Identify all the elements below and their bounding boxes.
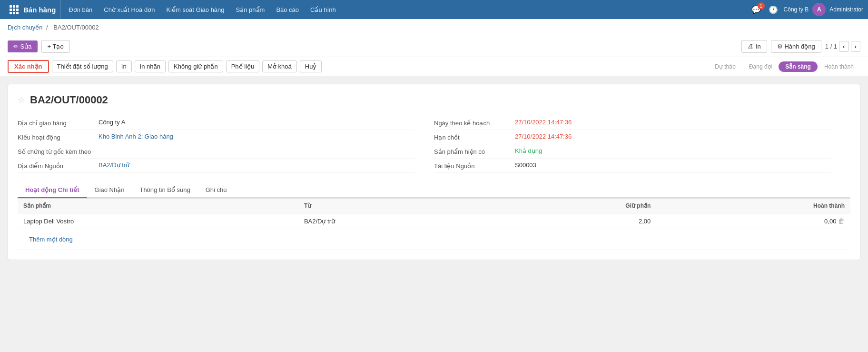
topnav-right: 💬 1 🕐 Công ty B A Administrator bbox=[750, 3, 863, 16]
action-button[interactable]: ⚙ Hành động bbox=[771, 40, 821, 53]
form-title-row: ☆ BA2/OUT/00002 bbox=[18, 94, 850, 106]
cell-from: BA2/Dự trữ bbox=[298, 213, 491, 229]
col-from: Từ bbox=[298, 199, 491, 213]
status-ready: Sẵn sàng bbox=[779, 61, 818, 72]
pager: 1 / 1 ‹ › bbox=[825, 41, 860, 52]
value-source-doc-ref: S00003 bbox=[515, 161, 831, 169]
label-planned-date: Ngày theo kế hoạch bbox=[434, 119, 515, 127]
main-menu: Đơn bán Chờ xuất Hoá đơn Kiểm soát Giao … bbox=[63, 0, 341, 19]
col-reserve: Giữ phần bbox=[491, 199, 657, 213]
cell-product: Laptop Dell Vostro bbox=[18, 213, 298, 229]
pager-text: 1 / 1 bbox=[825, 43, 837, 50]
label-deadline: Hạn chốt bbox=[434, 133, 515, 141]
field-operation: Kiểu hoạt động Kho Binh Anh 2: Giao hàng bbox=[18, 130, 415, 144]
col-done: Hoàn thành bbox=[656, 199, 850, 213]
app-icon[interactable]: Bán hàng bbox=[5, 0, 61, 19]
field-source-doc: Số chứng từ gốc kèm theo bbox=[18, 144, 415, 159]
fields-right: Ngày theo kế hoạch 27/10/2022 14:47:36 H… bbox=[434, 116, 850, 173]
label-source-location: Địa điểm Nguồn bbox=[18, 161, 99, 170]
field-planned-date: Ngày theo kế hoạch 27/10/2022 14:47:36 bbox=[434, 116, 831, 130]
cancel-button[interactable]: Huỷ bbox=[300, 60, 322, 72]
menu-kiem-soat[interactable]: Kiểm soát Giao hàng bbox=[160, 0, 230, 19]
value-address: Công ty A bbox=[99, 119, 415, 126]
main-content: ☆ BA2/OUT/00002 Địa chỉ giao hàng Công t… bbox=[0, 76, 868, 268]
app-name: Bán hàng bbox=[23, 6, 56, 14]
status-bar: Dự thảo Đang đợi Sẵn sàng Hoàn thành bbox=[708, 61, 860, 72]
form-fields: Địa chỉ giao hàng Công ty A Kiểu hoạt độ… bbox=[18, 116, 850, 173]
table-row: Laptop Dell Vostro BA2/Dự trữ 2,00 0,00 … bbox=[18, 213, 850, 229]
menu-bao-cao[interactable]: Báo cáo bbox=[270, 0, 305, 19]
clock-btn[interactable]: 🕐 bbox=[767, 3, 780, 16]
product-table: Sản phẩm Từ Giữ phần Hoàn thành Laptop D… bbox=[18, 198, 850, 250]
set-qty-button[interactable]: Thiết đặt số lượng bbox=[52, 60, 113, 72]
toolbar-right: 1 / 1 ‹ › bbox=[825, 41, 860, 52]
scrap-button[interactable]: Phế liệu bbox=[226, 60, 260, 72]
avatar[interactable]: A bbox=[812, 3, 826, 16]
unlock-button[interactable]: Mở khoá bbox=[262, 60, 297, 72]
pager-prev[interactable]: ‹ bbox=[839, 41, 848, 52]
print-label-button[interactable]: In nhãn bbox=[135, 60, 166, 72]
field-availability: Sản phẩm hiện có Khả dụng bbox=[434, 144, 831, 159]
value-deadline: 27/10/2022 14:47:36 bbox=[515, 133, 831, 140]
label-address: Địa chỉ giao hàng bbox=[18, 119, 99, 127]
breadcrumb-current: BA2/OUT/00002 bbox=[53, 24, 99, 31]
pager-next[interactable]: › bbox=[851, 41, 860, 52]
label-source-doc-ref: Tài liệu Nguồn bbox=[434, 161, 515, 170]
breadcrumb: Dịch chuyển / BA2/OUT/00002 bbox=[0, 19, 868, 36]
cell-done: 0,00 🗑 bbox=[656, 213, 850, 229]
company-name: Công ty B bbox=[784, 6, 809, 13]
menu-cho-xuat[interactable]: Chờ xuất Hoá đơn bbox=[98, 0, 160, 19]
field-address: Địa chỉ giao hàng Công ty A bbox=[18, 116, 415, 130]
add-row: Thêm một dòng bbox=[18, 229, 850, 250]
delete-row-btn[interactable]: 🗑 bbox=[838, 217, 845, 225]
value-source-location[interactable]: BA2/Dự trữ bbox=[99, 161, 415, 169]
breadcrumb-separator: / bbox=[46, 24, 48, 31]
grid-icon bbox=[10, 5, 19, 14]
menu-san-pham[interactable]: Sản phẩm bbox=[230, 0, 271, 19]
tab-notes[interactable]: Ghi chú bbox=[198, 182, 235, 198]
fields-left: Địa chỉ giao hàng Công ty A Kiểu hoạt độ… bbox=[18, 116, 434, 173]
action-bar: Xác nhận Thiết đặt số lượng In In nhãn K… bbox=[0, 57, 868, 76]
notification-btn[interactable]: 💬 1 bbox=[750, 3, 763, 16]
admin-name: Administrator bbox=[829, 6, 863, 13]
col-product: Sản phẩm bbox=[18, 199, 298, 213]
value-availability: Khả dụng bbox=[515, 147, 831, 154]
breadcrumb-parent[interactable]: Dịch chuyển bbox=[8, 24, 42, 31]
tab-detail[interactable]: Hoạt động Chi tiết bbox=[18, 182, 87, 198]
cell-reserve: 2,00 bbox=[491, 213, 657, 229]
notification-badge: 1 bbox=[758, 2, 765, 10]
status-draft: Dự thảo bbox=[708, 61, 742, 72]
menu-don-ban[interactable]: Đơn bán bbox=[63, 0, 98, 19]
add-row-btn[interactable]: Thêm một dòng bbox=[23, 233, 79, 246]
form-title: BA2/OUT/00002 bbox=[30, 94, 108, 106]
field-source-doc-ref: Tài liệu Nguồn S00003 bbox=[434, 159, 831, 173]
tab-delivery[interactable]: Giao Nhận bbox=[87, 182, 132, 198]
field-source-location: Địa điểm Nguồn BA2/Dự trữ bbox=[18, 159, 415, 173]
label-source-doc: Số chứng từ gốc kèm theo bbox=[18, 147, 99, 155]
create-button[interactable]: + Tạo bbox=[41, 40, 70, 53]
edit-button[interactable]: ✏ Sửa bbox=[8, 40, 38, 52]
confirm-button[interactable]: Xác nhận bbox=[8, 60, 49, 73]
star-icon[interactable]: ☆ bbox=[18, 95, 25, 105]
print-button[interactable]: 🖨 In bbox=[741, 40, 767, 53]
label-operation: Kiểu hoạt động bbox=[18, 133, 99, 141]
topnav: Bán hàng Đơn bán Chờ xuất Hoá đơn Kiểm s… bbox=[0, 0, 868, 19]
status-done: Hoàn thành bbox=[818, 61, 860, 72]
tabs: Hoạt động Chi tiết Giao Nhận Thông tin B… bbox=[18, 182, 850, 198]
no-hold-button[interactable]: Không giữ phần bbox=[168, 60, 223, 72]
value-planned-date: 27/10/2022 14:47:36 bbox=[515, 119, 831, 126]
menu-cau-hinh[interactable]: Cấu hình bbox=[305, 0, 342, 19]
field-deadline: Hạn chốt 27/10/2022 14:47:36 bbox=[434, 130, 831, 144]
tab-extra-info[interactable]: Thông tin Bổ sung bbox=[132, 182, 197, 198]
form-card: ☆ BA2/OUT/00002 Địa chỉ giao hàng Công t… bbox=[8, 84, 860, 260]
label-availability: Sản phẩm hiện có bbox=[434, 147, 515, 155]
value-operation[interactable]: Kho Binh Anh 2: Giao hàng bbox=[99, 133, 415, 140]
status-waiting: Đang đợi bbox=[742, 61, 779, 72]
print-action-button[interactable]: In bbox=[116, 60, 132, 72]
toolbar: ✏ Sửa + Tạo 🖨 In ⚙ Hành động 1 / 1 ‹ › bbox=[0, 36, 868, 57]
